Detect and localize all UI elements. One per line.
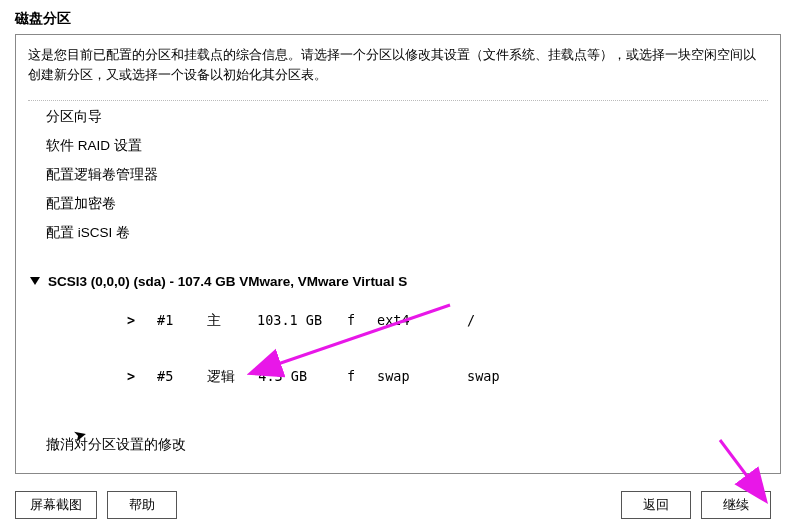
- back-button[interactable]: 返回: [621, 491, 691, 519]
- partition-num: #5: [157, 368, 207, 384]
- intro-text: 这是您目前已配置的分区和挂载点的综合信息。请选择一个分区以修改其设置（文件系统、…: [16, 45, 780, 92]
- menu-raid[interactable]: 软件 RAID 设置: [28, 132, 768, 161]
- partition-flag: f: [347, 312, 377, 328]
- partition-type: 逻辑: [207, 368, 257, 386]
- continue-button[interactable]: 继续: [701, 491, 771, 519]
- partition-marker: >: [127, 312, 157, 328]
- partition-list: 分区向导 软件 RAID 设置 配置逻辑卷管理器 配置加密卷 配置 iSCSI …: [28, 100, 768, 460]
- partition-fs: ext4: [377, 312, 467, 328]
- menu-wizard[interactable]: 分区向导: [28, 103, 768, 132]
- partition-fs: swap: [377, 368, 467, 384]
- partition-num: #1: [157, 312, 207, 328]
- disk-header-text: SCSI3 (0,0,0) (sda) - 107.4 GB VMware, V…: [48, 274, 407, 289]
- partition-marker: >: [127, 368, 157, 384]
- partition-mount: swap: [467, 368, 527, 384]
- dialog-title: 磁盘分区: [0, 0, 796, 34]
- menu-crypt[interactable]: 配置加密卷: [28, 190, 768, 219]
- disk-header[interactable]: SCSI3 (0,0,0) (sda) - 107.4 GB VMware, V…: [28, 268, 768, 293]
- menu-lvm[interactable]: 配置逻辑卷管理器: [28, 161, 768, 190]
- screenshot-button[interactable]: 屏幕截图: [15, 491, 97, 519]
- spacer: [28, 248, 768, 268]
- partition-type: 主: [207, 312, 257, 330]
- partition-flag: f: [347, 368, 377, 384]
- partition-size: 103.1 GB: [257, 312, 347, 328]
- partition-dialog: 磁盘分区 这是您目前已配置的分区和挂载点的综合信息。请选择一个分区以修改其设置（…: [0, 0, 796, 529]
- action-undo[interactable]: 撤消对分区设置的修改: [28, 431, 768, 460]
- partition-size: 4.3 GB: [257, 368, 347, 384]
- partition-row[interactable]: >#5逻辑4.3 GBfswapswap: [28, 349, 768, 405]
- menu-iscsi[interactable]: 配置 iSCSI 卷: [28, 219, 768, 248]
- main-panel: 这是您目前已配置的分区和挂载点的综合信息。请选择一个分区以修改其设置（文件系统、…: [15, 34, 781, 474]
- partition-row[interactable]: >#1主103.1 GBfext4/: [28, 293, 768, 349]
- partition-mount: /: [467, 312, 527, 328]
- expand-triangle-icon: [30, 277, 40, 285]
- spacer: [28, 405, 768, 425]
- help-button[interactable]: 帮助: [107, 491, 177, 519]
- footer-bar: 屏幕截图 帮助 返回 继续: [0, 485, 796, 529]
